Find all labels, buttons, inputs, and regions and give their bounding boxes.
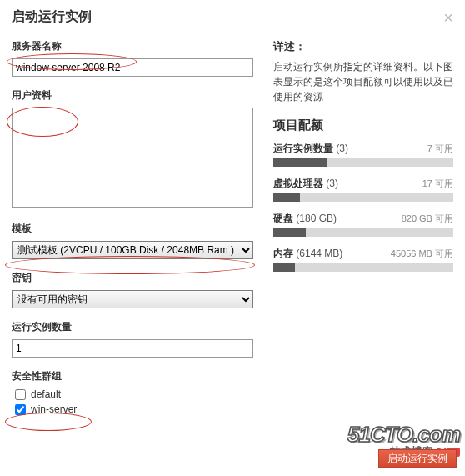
key-select[interactable]: 没有可用的密钥 <box>12 290 253 308</box>
quota-title: 项目配额 <box>273 118 453 133</box>
dialog-title: 启动运行实例 <box>12 8 92 26</box>
instances-input[interactable] <box>12 339 253 358</box>
secgroup-winserver-checkbox[interactable] <box>15 404 26 415</box>
details-desc: 启动运行实例所指定的详细资料。以下图表显示的是这个项目配额可以使用以及已使用的资… <box>273 59 453 104</box>
quota-instances-avail: 7 可用 <box>428 143 453 155</box>
details-title: 详述： <box>273 39 453 54</box>
quota-disk-bar <box>273 228 453 237</box>
secgroup-winserver-label: win-server <box>31 403 77 415</box>
server-name-input[interactable] <box>12 58 253 77</box>
user-data-textarea[interactable] <box>12 108 253 208</box>
template-select[interactable]: 测试模板 (2VCPU / 100GB Disk / 2048MB Ram ) <box>12 241 253 259</box>
server-name-label: 服务器名称 <box>12 39 253 53</box>
secgroup-default-label: default <box>31 388 61 400</box>
key-label: 密钥 <box>12 271 253 285</box>
quota-vcpu-bar <box>273 193 453 202</box>
quota-vcpu-name: 虚拟处理器 (3) <box>273 177 338 191</box>
quota-instances-name: 运行实例数量 (3) <box>273 142 348 156</box>
security-groups-label: 安全性群组 <box>12 369 253 383</box>
quota-ram-name: 内存 (6144 MB) <box>273 247 342 261</box>
launch-instance-button[interactable]: 启动运行实例 <box>378 449 457 468</box>
close-icon[interactable]: × <box>443 9 453 26</box>
quota-ram-bar <box>273 263 453 272</box>
quota-disk-name: 硬盘 (180 GB) <box>273 212 337 226</box>
instances-label: 运行实例数量 <box>12 320 253 334</box>
secgroup-default-checkbox[interactable] <box>15 389 26 400</box>
quota-vcpu-avail: 17 可用 <box>422 178 453 190</box>
quota-instances-bar <box>273 158 453 167</box>
template-label: 模板 <box>12 222 253 236</box>
quota-ram-avail: 45056 MB 可用 <box>391 248 453 260</box>
user-data-label: 用户资料 <box>12 88 253 103</box>
quota-disk-avail: 820 GB 可用 <box>402 213 453 225</box>
